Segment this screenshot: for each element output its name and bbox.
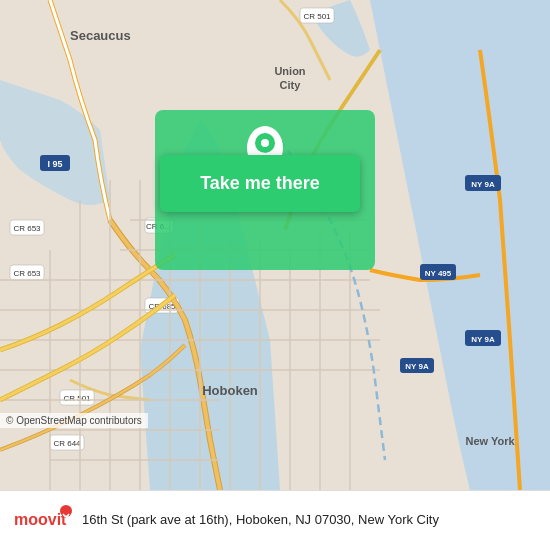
svg-text:CR 653: CR 653 bbox=[13, 269, 41, 278]
svg-text:Secaucus: Secaucus bbox=[70, 28, 131, 43]
svg-text:NY 9A: NY 9A bbox=[405, 362, 429, 371]
svg-point-55 bbox=[60, 505, 72, 517]
svg-text:NY 9A: NY 9A bbox=[471, 335, 495, 344]
take-me-there-button[interactable]: Take me there bbox=[160, 155, 360, 212]
osm-credit: © OpenStreetMap contributors bbox=[0, 413, 148, 428]
footer-address: 16th St (park ave at 16th), Hoboken, NJ … bbox=[82, 511, 538, 529]
svg-text:CR 644: CR 644 bbox=[53, 439, 81, 448]
svg-text:City: City bbox=[280, 79, 302, 91]
svg-text:I 95: I 95 bbox=[47, 159, 62, 169]
svg-text:Hoboken: Hoboken bbox=[202, 383, 258, 398]
svg-text:New York: New York bbox=[465, 435, 515, 447]
map-container: I 95 NY 9A NY 9A NY 495 CR 501 CR 501 CR… bbox=[0, 0, 550, 490]
svg-text:CR 501: CR 501 bbox=[63, 394, 91, 403]
osm-credit-text: © OpenStreetMap contributors bbox=[6, 415, 142, 426]
svg-text:Union: Union bbox=[274, 65, 305, 77]
svg-point-53 bbox=[261, 139, 269, 147]
footer: moovit 16th St (park ave at 16th), Hobok… bbox=[0, 490, 550, 550]
svg-text:CR 653: CR 653 bbox=[13, 224, 41, 233]
svg-text:CR 501: CR 501 bbox=[303, 12, 331, 21]
svg-text:NY 495: NY 495 bbox=[425, 269, 452, 278]
svg-text:NY 9A: NY 9A bbox=[471, 180, 495, 189]
moovit-logo: moovit bbox=[12, 501, 72, 541]
svg-text:moovit: moovit bbox=[14, 511, 67, 528]
button-label: Take me there bbox=[200, 173, 320, 194]
